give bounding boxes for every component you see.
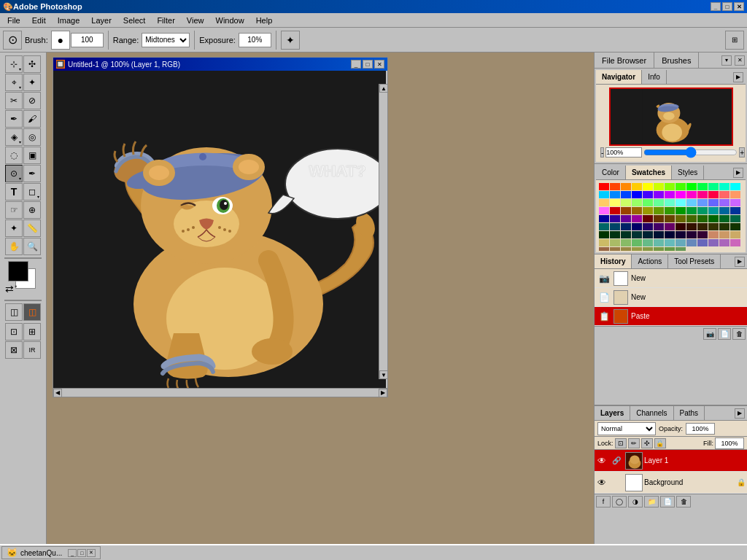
go-imageready[interactable]: IR [23, 341, 41, 359]
layers-menu-icon[interactable]: ▶ [735, 408, 745, 419]
zoom-input[interactable] [605, 147, 642, 158]
layer-item-background[interactable]: 👁 Background 🔒 [595, 472, 747, 494]
restore-button[interactable]: □ [722, 2, 732, 11]
swatch-color[interactable] [697, 231, 708, 238]
swatch-color[interactable] [654, 239, 664, 246]
swatch-color[interactable] [730, 215, 740, 222]
menu-edit[interactable]: Edit [26, 15, 52, 26]
swatch-color[interactable] [708, 215, 719, 222]
swatch-color[interactable] [719, 191, 729, 198]
measure-tool[interactable]: 📏 [23, 219, 41, 237]
slice-tool[interactable]: ⊘ [23, 92, 41, 109]
history-tab[interactable]: History [595, 254, 632, 268]
new-group-button[interactable]: 📁 [644, 496, 659, 508]
swatch-color[interactable] [632, 183, 642, 190]
marquee-tool[interactable]: ⊹▾ [5, 55, 23, 73]
swatch-color[interactable] [599, 207, 609, 214]
swatch-color[interactable] [599, 231, 609, 238]
history-menu-icon[interactable]: ▶ [735, 257, 745, 267]
swatch-color[interactable] [621, 207, 631, 214]
swatch-color[interactable] [719, 199, 729, 206]
swatch-color[interactable] [643, 207, 653, 214]
crop-tool[interactable]: ✂ [5, 92, 23, 109]
new-snapshot-button[interactable]: 📷 [703, 328, 716, 340]
minimize-button[interactable]: _ [711, 2, 721, 11]
swatch-color[interactable] [686, 183, 697, 190]
swatch-color[interactable] [708, 223, 719, 230]
range-select[interactable]: Shadows Midtones Highlights [142, 33, 190, 47]
menu-window[interactable]: Window [210, 15, 250, 26]
swatch-color[interactable] [730, 231, 740, 238]
swatch-color[interactable] [621, 231, 631, 238]
lock-all-button[interactable]: 🔒 [654, 438, 666, 448]
swatch-color[interactable] [676, 215, 686, 222]
swatch-color[interactable] [632, 199, 642, 206]
swatch-color[interactable] [610, 231, 620, 238]
screen-mode-full-menu[interactable]: ⊞ [23, 323, 41, 341]
swatch-color[interactable] [686, 223, 697, 230]
swatch-color[interactable] [676, 239, 686, 246]
swatch-color[interactable] [610, 207, 620, 214]
swatch-color[interactable] [665, 183, 675, 190]
swatch-color[interactable] [599, 183, 609, 190]
history-item-paste[interactable]: 📋 Paste [595, 307, 747, 326]
taskbar-close-btn[interactable]: ✕ [87, 549, 96, 557]
doc-restore[interactable]: □ [363, 60, 373, 69]
panel-close-button[interactable]: ✕ [735, 55, 745, 66]
swatch-color[interactable] [676, 207, 686, 214]
menu-layer[interactable]: Layer [85, 15, 117, 26]
swatch-color[interactable] [665, 223, 675, 230]
swatch-color[interactable] [610, 239, 620, 246]
shape-tool[interactable]: ◻▾ [23, 183, 41, 201]
swatch-color[interactable] [599, 239, 609, 246]
direct-select-tool[interactable]: ☞ [5, 201, 23, 219]
swatch-color[interactable] [632, 231, 642, 238]
zoom-in-button[interactable]: + [739, 147, 745, 158]
swatch-color[interactable] [730, 239, 740, 246]
swatch-color[interactable] [686, 207, 697, 214]
color-tab[interactable]: Color [596, 166, 626, 179]
swatch-color[interactable] [719, 215, 729, 222]
swatch-color[interactable] [654, 207, 664, 214]
swatch-color[interactable] [719, 223, 729, 230]
layer-1-link-icon[interactable]: 🔗 [609, 454, 624, 468]
info-tab[interactable]: Info [642, 70, 667, 84]
swatch-color[interactable] [676, 231, 686, 238]
menu-file[interactable]: File [1, 15, 26, 26]
swatch-color[interactable] [632, 215, 642, 222]
swatch-color[interactable] [697, 223, 708, 230]
swatch-color[interactable] [610, 247, 620, 251]
swatch-color[interactable] [643, 223, 653, 230]
opacity-input[interactable] [686, 423, 715, 435]
swatch-color[interactable] [665, 191, 675, 198]
swatch-color[interactable] [610, 199, 620, 206]
swatch-color[interactable] [676, 247, 686, 251]
taskbar-max-btn[interactable]: □ [77, 549, 86, 557]
swatch-color[interactable] [632, 239, 642, 246]
menu-image[interactable]: Image [52, 15, 86, 26]
eraser-tool[interactable]: ◌ [5, 147, 23, 164]
taskbar-item-1[interactable]: 🐱 cheetanQu... _ □ ✕ [1, 546, 101, 559]
background-visibility-icon[interactable]: 👁 [596, 477, 608, 489]
swatch-color[interactable] [697, 239, 708, 246]
swatch-color[interactable] [665, 247, 675, 251]
swap-colors-icon[interactable]: ⇄ [5, 283, 14, 295]
lock-pixels-button[interactable]: ✏ [628, 438, 640, 448]
channels-tab[interactable]: Channels [630, 406, 673, 420]
swatch-color[interactable] [719, 239, 729, 246]
swatch-color[interactable] [686, 199, 697, 206]
swatch-color[interactable] [599, 191, 609, 198]
swatch-color[interactable] [621, 183, 631, 190]
swatch-color[interactable] [654, 183, 664, 190]
magic-wand-tool[interactable]: ✦ [23, 74, 41, 91]
swatch-color[interactable] [599, 223, 609, 230]
fg-color-swatch[interactable] [8, 261, 28, 281]
zoom-tool[interactable]: 🔍 [23, 238, 41, 255]
move-tool[interactable]: ✣ [23, 55, 41, 73]
swatch-color[interactable] [621, 247, 631, 251]
hand-tool[interactable]: ✋ [5, 238, 23, 255]
swatch-color[interactable] [697, 215, 708, 222]
palette-button[interactable]: ⊞ [725, 31, 744, 50]
brush-size-input[interactable]: 100 [71, 33, 104, 47]
default-colors-icon[interactable]: ▪ [15, 283, 18, 289]
